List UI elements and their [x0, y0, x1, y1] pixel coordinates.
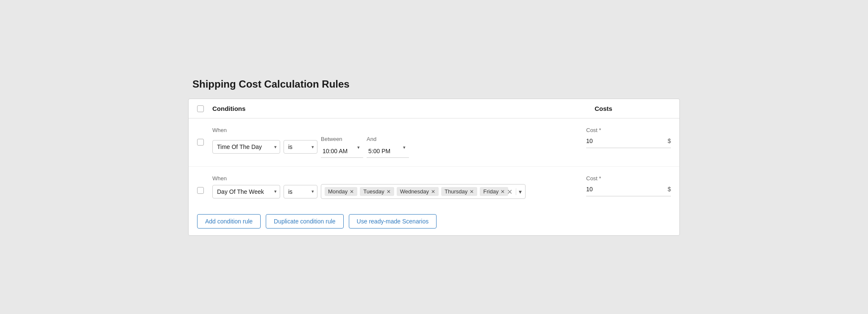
rule-2-cost-currency: $	[668, 186, 671, 193]
rules-container: Conditions Costs When Time Of The Day Da…	[188, 99, 680, 236]
rule-1-cost-input[interactable]	[586, 136, 629, 146]
rule-2-tags-row: Monday ✕ Tuesday ✕ Wednesday ✕	[325, 187, 508, 196]
rule-1-fields: Time Of The Day Day Of The Week ▾ is is …	[212, 136, 586, 158]
tag-wednesday: Wednesday ✕	[397, 187, 439, 196]
add-condition-rule-button[interactable]: Add condition rule	[197, 214, 261, 229]
rule-1-cost: Cost * $	[586, 127, 671, 148]
rules-header: Conditions Costs	[189, 99, 679, 118]
tag-friday: Friday ✕	[480, 187, 508, 196]
tag-monday: Monday ✕	[325, 187, 357, 196]
header-checkbox[interactable]	[197, 105, 204, 112]
tag-wednesday-remove[interactable]: ✕	[431, 189, 435, 194]
tag-wednesday-label: Wednesday	[400, 188, 429, 195]
rule-2-content: When Day Of The Week Time Of The Day ▾ i…	[212, 175, 586, 199]
rule-1-and-label: And	[367, 136, 409, 142]
rule-1-to-time-select[interactable]: 5:00 PM 4:00 PM 6:00 PM	[367, 145, 409, 158]
tag-thursday-remove[interactable]: ✕	[470, 189, 474, 194]
tag-friday-remove[interactable]: ✕	[501, 189, 505, 194]
rule-1-operator-select[interactable]: is is not	[284, 140, 317, 154]
tag-tuesday: Tuesday ✕	[360, 187, 394, 196]
use-ready-made-scenarios-button[interactable]: Use ready-made Scenarios	[349, 214, 437, 229]
tag-monday-label: Monday	[328, 188, 348, 195]
rule-1-between-group: Between 10:00 AM 9:00 AM 11:00 AM ▾	[321, 136, 363, 158]
rule-1-content: When Time Of The Day Day Of The Week ▾ i…	[212, 127, 586, 158]
rule-2-multiselect[interactable]: Monday ✕ Tuesday ✕ Wednesday ✕	[321, 184, 526, 199]
rule-2-when-label: When	[212, 175, 586, 182]
header-conditions-label: Conditions	[212, 105, 595, 112]
rule-2-operator-select[interactable]: is is not	[284, 185, 317, 198]
rule-2-operator-wrapper: is is not ▾	[284, 185, 317, 198]
tag-friday-label: Friday	[483, 188, 498, 195]
rule-1-operator-wrapper: is is not ▾	[284, 140, 317, 154]
rule-row-1: When Time Of The Day Day Of The Week ▾ i…	[189, 118, 679, 167]
multiselect-chevron-icon[interactable]: ▾	[516, 188, 522, 195]
tag-tuesday-label: Tuesday	[363, 188, 384, 195]
rule-1-cost-input-wrapper: $	[586, 136, 671, 148]
rule-1-cost-currency: $	[668, 138, 671, 144]
rule-1-from-time-wrapper: 10:00 AM 9:00 AM 11:00 AM ▾	[321, 145, 363, 158]
rule-2-cost-input-wrapper: $	[586, 184, 671, 196]
rule-1-when-label: When	[212, 127, 586, 133]
tag-thursday-label: Thursday	[445, 188, 467, 195]
rule-1-between-label: Between	[321, 136, 363, 142]
rule-row-2: When Day Of The Week Time Of The Day ▾ i…	[189, 167, 679, 207]
multiselect-clear-icon[interactable]: ✕	[507, 187, 512, 196]
rule-2-cost: Cost * $	[586, 175, 671, 196]
rule-1-checkbox[interactable]	[197, 139, 204, 146]
rule-2-cost-label: Cost *	[586, 175, 671, 182]
rule-2-condition-type-select[interactable]: Day Of The Week Time Of The Day	[212, 185, 280, 198]
rule-2-fields: Day Of The Week Time Of The Day ▾ is is …	[212, 184, 586, 199]
tag-tuesday-remove[interactable]: ✕	[387, 189, 391, 194]
rule-2-condition-type-wrapper: Day Of The Week Time Of The Day ▾	[212, 185, 280, 198]
tag-monday-remove[interactable]: ✕	[350, 189, 354, 194]
page-title: Shipping Cost Calculation Rules	[188, 78, 680, 90]
rule-1-and-group: And 5:00 PM 4:00 PM 6:00 PM ▾	[367, 136, 409, 158]
header-costs-label: Costs	[595, 105, 671, 112]
rule-1-condition-type-select[interactable]: Time Of The Day Day Of The Week	[212, 140, 280, 154]
rule-2-checkbox[interactable]	[197, 187, 204, 194]
footer-actions: Add condition rule Duplicate condition r…	[189, 207, 679, 235]
rule-1-from-time-select[interactable]: 10:00 AM 9:00 AM 11:00 AM	[321, 145, 363, 158]
rule-1-condition-type-wrapper: Time Of The Day Day Of The Week ▾	[212, 140, 280, 154]
duplicate-condition-rule-button[interactable]: Duplicate condition rule	[266, 214, 344, 229]
rule-1-cost-label: Cost *	[586, 127, 671, 133]
rule-2-cost-input[interactable]	[586, 184, 629, 194]
rule-1-to-time-wrapper: 5:00 PM 4:00 PM 6:00 PM ▾	[367, 145, 409, 158]
tag-thursday: Thursday ✕	[441, 187, 477, 196]
